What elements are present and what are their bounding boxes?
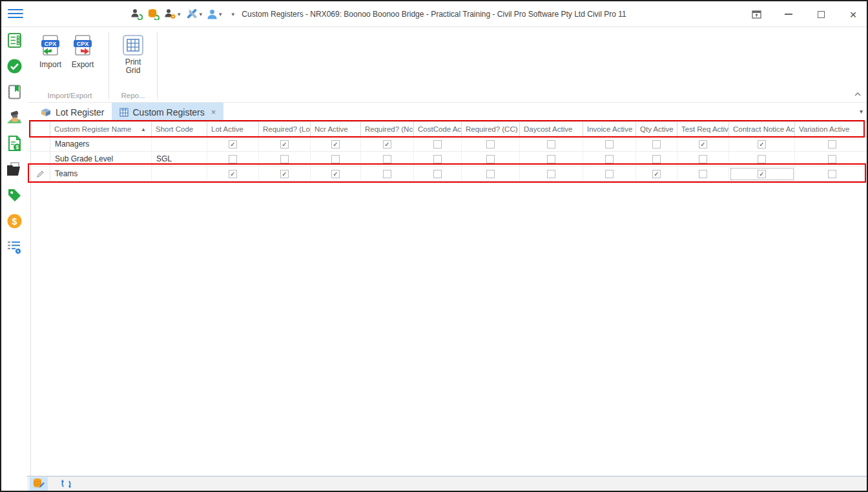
- edit-database-button[interactable]: [30, 477, 48, 491]
- checkbox-cell-ncr-active[interactable]: ✓: [311, 167, 361, 181]
- user-settings-button[interactable]: ▾: [164, 8, 181, 20]
- checkbox-unchecked[interactable]: [547, 155, 555, 163]
- checkbox-unchecked[interactable]: [652, 140, 661, 149]
- checkbox-cell-costcode-active[interactable]: [414, 167, 462, 181]
- column-header-test-req-active[interactable]: Test Req Active: [677, 121, 729, 137]
- column-header-qty-active[interactable]: Qty Active: [636, 121, 677, 137]
- print-grid-button[interactable]: Print Grid: [119, 34, 147, 75]
- checkbox-cell-daycost-active[interactable]: [520, 167, 583, 181]
- column-header-daycost-active[interactable]: Daycost Active: [520, 121, 583, 137]
- column-header-costcode-active[interactable]: CostCode Active: [414, 121, 462, 137]
- sidebar-item-approvals[interactable]: [1, 53, 27, 79]
- chevron-down-icon[interactable]: ▾: [219, 11, 222, 17]
- float-window-button[interactable]: [750, 8, 762, 20]
- column-header-invoice-active[interactable]: Invoice Active: [583, 121, 636, 137]
- checkbox-cell-test-req-active[interactable]: [677, 167, 729, 181]
- checkbox-checked[interactable]: ✓: [280, 170, 289, 178]
- checkbox-cell-required-lot-[interactable]: ✓: [259, 167, 311, 181]
- checkbox-cell-variation-active[interactable]: [795, 137, 868, 152]
- database-refresh-button[interactable]: [147, 8, 160, 20]
- checkbox-checked[interactable]: ✓: [758, 140, 766, 149]
- sidebar-item-registers-settings[interactable]: [1, 234, 27, 260]
- checkbox-unchecked[interactable]: [331, 155, 340, 163]
- checkbox-checked[interactable]: ✓: [229, 170, 237, 178]
- checkbox-cell-contract-notice-active[interactable]: ✓: [729, 167, 795, 181]
- checkbox-cell-costcode-active[interactable]: [414, 137, 462, 152]
- checkbox-unchecked[interactable]: [383, 170, 391, 178]
- hamburger-menu-icon[interactable]: [8, 9, 23, 19]
- checkbox-cell-required-ncr-[interactable]: ✓: [361, 137, 414, 152]
- maximize-button[interactable]: [815, 8, 827, 20]
- checkbox-cell-test-req-active[interactable]: ✓: [677, 137, 729, 152]
- checkbox-checked[interactable]: ✓: [652, 170, 661, 178]
- export-button[interactable]: CPX Export: [68, 34, 97, 69]
- column-header-short-code[interactable]: Short Code: [152, 121, 207, 137]
- grid-row-sub-grade-level[interactable]: Sub Grade LevelSGL: [31, 152, 867, 167]
- checkbox-cell-contract-notice-active[interactable]: ✓: [729, 137, 795, 152]
- checkbox-unchecked[interactable]: [229, 155, 237, 163]
- checkbox-unchecked[interactable]: [486, 140, 495, 149]
- checkbox-cell-invoice-active[interactable]: [583, 137, 636, 152]
- checkbox-cell-required-cc-[interactable]: [462, 152, 520, 167]
- checkbox-checked[interactable]: ✓: [331, 170, 340, 178]
- checkbox-cell-lot-active[interactable]: ✓: [207, 167, 259, 181]
- checkbox-checked[interactable]: ✓: [758, 170, 766, 178]
- column-header-ncr-active[interactable]: Ncr Active: [311, 121, 361, 137]
- checkbox-unchecked[interactable]: [699, 155, 707, 163]
- checkbox-cell-lot-active[interactable]: [207, 152, 259, 167]
- checkbox-unchecked[interactable]: [605, 170, 614, 178]
- chevron-down-icon[interactable]: ▾: [200, 11, 203, 17]
- checkbox-cell-invoice-active[interactable]: [583, 152, 636, 167]
- checkbox-unchecked[interactable]: [433, 170, 442, 178]
- import-button[interactable]: CPX Import: [36, 34, 65, 69]
- checkbox-cell-qty-active[interactable]: ✓: [636, 167, 677, 181]
- column-header-variation-active[interactable]: Variation Active: [795, 121, 868, 137]
- checkbox-cell-qty-active[interactable]: [636, 152, 677, 167]
- checkbox-unchecked[interactable]: [828, 140, 836, 149]
- column-header-required-cc-[interactable]: Required? (CC): [462, 121, 520, 137]
- checkbox-cell-invoice-active[interactable]: [583, 167, 636, 181]
- column-header-custom-register-name[interactable]: Custom Register Name▲: [50, 121, 152, 137]
- checkbox-unchecked[interactable]: [433, 140, 442, 149]
- checkbox-cell-test-req-active[interactable]: [677, 152, 729, 167]
- tab-list-dropdown-icon[interactable]: ▾: [860, 108, 863, 115]
- checkbox-unchecked[interactable]: [547, 170, 555, 178]
- checkbox-cell-daycost-active[interactable]: [520, 137, 583, 152]
- checkbox-cell-required-lot-[interactable]: [259, 152, 311, 167]
- minimize-button[interactable]: [783, 8, 794, 20]
- tab-lot-register[interactable]: Lot Register: [32, 103, 112, 121]
- column-header-required-ncr-[interactable]: Required? (Ncr): [361, 121, 414, 137]
- checkbox-checked[interactable]: ✓: [699, 140, 707, 149]
- short-code-cell[interactable]: [152, 137, 207, 152]
- tab-close-icon[interactable]: ×: [211, 107, 216, 117]
- short-code-cell[interactable]: SGL: [152, 152, 207, 167]
- user-account-button[interactable]: ▾: [207, 9, 222, 20]
- checkbox-cell-required-lot-[interactable]: ✓: [259, 137, 311, 152]
- checkbox-cell-ncr-active[interactable]: ✓: [311, 137, 361, 152]
- checkbox-unchecked[interactable]: [433, 155, 442, 163]
- checkbox-cell-contract-notice-active[interactable]: [729, 152, 795, 167]
- checkbox-cell-qty-active[interactable]: [636, 137, 677, 152]
- register-name-cell[interactable]: Managers: [50, 137, 152, 152]
- checkbox-cell-daycost-active[interactable]: [520, 152, 583, 167]
- checkbox-unchecked[interactable]: [828, 170, 836, 178]
- short-code-cell[interactable]: [152, 167, 207, 181]
- sidebar-item-documents[interactable]: [1, 156, 27, 182]
- refresh-button[interactable]: [57, 477, 75, 491]
- user-refresh-button[interactable]: [130, 8, 143, 20]
- chevron-down-icon[interactable]: ▾: [178, 11, 181, 17]
- checkbox-unchecked[interactable]: [652, 155, 661, 163]
- sidebar-item-stamp[interactable]: [1, 105, 27, 130]
- sidebar-item-claims[interactable]: $: [1, 130, 27, 156]
- checkbox-unchecked[interactable]: [605, 155, 614, 163]
- checkbox-unchecked[interactable]: [547, 140, 555, 149]
- checkbox-checked[interactable]: ✓: [229, 140, 237, 149]
- checkbox-unchecked[interactable]: [486, 155, 495, 163]
- checkbox-cell-lot-active[interactable]: ✓: [207, 137, 259, 152]
- sidebar-item-lot-register[interactable]: [1, 27, 27, 53]
- checkbox-checked[interactable]: ✓: [383, 140, 391, 149]
- checkbox-cell-required-ncr-[interactable]: [361, 152, 414, 167]
- close-button[interactable]: ×: [847, 8, 859, 20]
- checkbox-cell-required-cc-[interactable]: [462, 137, 520, 152]
- grid-row-managers[interactable]: Managers✓✓✓✓✓✓: [31, 137, 867, 152]
